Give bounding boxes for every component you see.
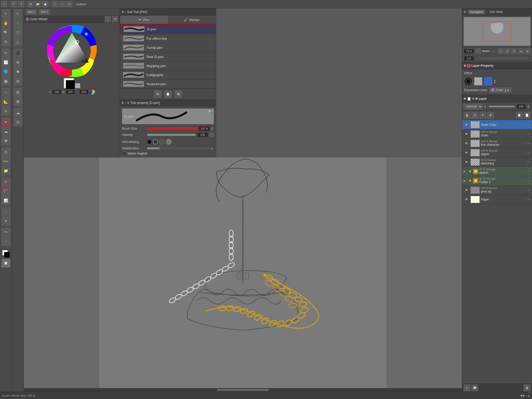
fit-btn[interactable]: ⊡ <box>66 1 72 7</box>
brush-gpen[interactable]: G-pen <box>120 24 216 34</box>
tab-marker[interactable]: 🖊 Marker <box>168 16 216 24</box>
aa-weak[interactable] <box>153 139 158 144</box>
layer-chain[interactable]: 👁 100 % Normal chain ≡ <box>462 129 532 139</box>
layer-lock-all[interactable]: 🔒 <box>464 112 470 119</box>
g-value[interactable]: 255 <box>66 90 75 94</box>
second-magic[interactable]: ✱ <box>14 67 22 76</box>
delete-brush-btn[interactable]: 🗑 <box>175 90 182 98</box>
flag-tool[interactable]: 🚩 <box>2 187 10 196</box>
ruler-tool[interactable]: 📐 <box>2 97 10 106</box>
prop-settings-btn[interactable]: 🔍 <box>208 110 212 114</box>
layer-menu-sketch[interactable]: ≡ <box>526 170 530 173</box>
canvas-area[interactable] <box>24 157 462 392</box>
opacity-slider[interactable] <box>147 134 196 136</box>
line-tool[interactable]: ⟋ <box>2 237 10 246</box>
png-tool[interactable]: PNG <box>2 157 10 166</box>
cross-tool[interactable]: ✕ <box>2 217 10 225</box>
layer-opacity-input[interactable]: 100 <box>516 104 526 109</box>
layer-menu-grey-bg[interactable]: ≡ <box>526 189 530 191</box>
effect-spinner[interactable]: ▲ ▼ <box>494 79 496 84</box>
zoom-tool[interactable]: 🔍 <box>2 28 10 37</box>
crop-tool[interactable]: ⟋ <box>2 207 10 216</box>
brush-turnip[interactable]: Turnip pen <box>120 43 216 52</box>
pen-tool-active[interactable]: ✒ <box>2 118 10 127</box>
second-select[interactable]: ⬛ <box>14 49 22 57</box>
checker-btn[interactable]: ⬜ <box>2 259 10 268</box>
layer-menu-chain-copy[interactable]: ≡ <box>526 123 530 126</box>
folder-arrow-sketch[interactable]: ▶ <box>464 170 467 173</box>
brush-size-slider[interactable] <box>147 128 197 130</box>
menu-btn[interactable]: ≡ <box>1 1 7 7</box>
rotate-tool[interactable]: ↻ <box>2 37 10 46</box>
layer-eye-chain[interactable]: 👁 <box>464 131 469 137</box>
second-shrink[interactable]: ⊟ <box>14 77 22 85</box>
second-grid[interactable]: ⊞ <box>14 88 22 97</box>
layer-sketching[interactable]: 👁 33 % Normal sketching ≡ <box>462 157 532 167</box>
second-freeform[interactable]: ⬡ <box>14 28 22 37</box>
effect-circle-btn[interactable] <box>464 77 473 85</box>
second-transform[interactable]: ↕ <box>14 19 22 28</box>
transform-tool[interactable]: ⊡ <box>2 148 10 156</box>
effect-checker-btn[interactable] <box>474 77 482 85</box>
layer-menu-zipper[interactable]: ≡ <box>526 151 530 154</box>
layer-lock-pos[interactable]: ⊕ <box>487 112 494 119</box>
fill-tool[interactable]: 🪣 <box>2 67 10 76</box>
move-tool[interactable]: ✤ <box>2 136 10 145</box>
opacity-layer-slider[interactable] <box>489 106 515 107</box>
zoom-slider[interactable] <box>482 50 497 52</box>
stabilization-slider[interactable] <box>147 147 210 149</box>
vector-magnet-checkbox[interactable] <box>122 152 126 155</box>
folder-tool[interactable]: 📁 <box>2 166 10 175</box>
transparent-swatch[interactable] <box>75 83 80 88</box>
brush-effectline[interactable]: For effect line <box>120 34 216 43</box>
layer-menu-chain[interactable]: ≡ <box>526 132 530 135</box>
brush-size-input[interactable]: 107.8 <box>199 126 210 131</box>
layer-menu-paper[interactable]: ≡ <box>526 198 530 201</box>
new-btn[interactable]: ⊞ <box>28 1 34 7</box>
redo-btn[interactable]: ↷ <box>18 1 24 7</box>
canvas-scrollbar-h[interactable] <box>24 388 462 392</box>
expression-color-dropdown[interactable]: Color ▲▼ <box>489 88 511 93</box>
bg-swatch[interactable] <box>66 80 75 89</box>
blend-spinner[interactable]: ▲ ▼ <box>484 105 487 108</box>
zoom-in-btn[interactable]: + <box>52 1 58 7</box>
second-script[interactable]: ⊡ <box>14 118 22 127</box>
layer-eye-line-char[interactable]: 👁 <box>464 141 469 146</box>
brush-textured[interactable]: Textured pen <box>120 79 216 89</box>
zoom-out-nav[interactable]: − <box>475 48 481 54</box>
delete-layer-btn[interactable]: 🗑 <box>524 384 530 391</box>
layer-grey-bg[interactable]: 👁 100 % Normal grey bg ≡ <box>462 185 532 195</box>
layer-line-char[interactable]: 👁 100 % Normal line character ≡ <box>462 139 532 148</box>
scroll-thumb-h[interactable] <box>217 389 269 391</box>
brush-mapping[interactable]: Mapping pen <box>120 61 216 70</box>
add-brush-btn[interactable]: ⊞ <box>154 90 161 98</box>
connect-tool[interactable]: ✂ <box>2 177 10 186</box>
opacity-spinner[interactable]: ▲ ▼ <box>527 105 530 108</box>
blend-mode-select[interactable]: Normal <box>464 104 483 109</box>
layer-menu-sketching[interactable]: ≡ <box>526 161 530 163</box>
effect-color-btn[interactable] <box>484 77 492 85</box>
text-tool[interactable]: A <box>2 107 10 115</box>
undo-btn[interactable]: ↶ <box>11 1 17 7</box>
selection-tool[interactable]: ↖ <box>2 9 10 18</box>
brush-realgpen[interactable]: Real G-pen <box>120 52 216 61</box>
layer-chain-copy[interactable]: 👁 chain Copy ≡ <box>462 120 532 129</box>
second-lasso[interactable]: ⊕ <box>14 58 22 67</box>
layer-icon-3[interactable]: ⊠ <box>475 97 477 100</box>
aa-none[interactable] <box>147 139 152 144</box>
layer-folder1[interactable]: ▶ 👁 📁 30 % Through Folder 1 ≡ <box>462 176 532 185</box>
layer-eye-zipper[interactable]: 👁 <box>464 150 469 156</box>
folder-arrow-1[interactable]: ▶ <box>464 179 467 182</box>
second-move[interactable]: ↖ <box>14 9 22 18</box>
rotate-input[interactable]: 0.0 <box>464 56 474 61</box>
aa-strong[interactable] <box>166 139 172 145</box>
layer-eye-sketching[interactable]: 👁 <box>464 159 469 165</box>
color-settings[interactable]: ⚙ <box>112 16 118 22</box>
chart-tool[interactable]: 📊 <box>2 196 10 205</box>
flip-h-nav[interactable]: ⇔ <box>518 48 524 54</box>
r-value[interactable]: 255 <box>52 90 61 94</box>
layer-lock-draw[interactable]: ✏ <box>479 112 486 119</box>
brush-size-spinner[interactable]: ▲ ▼ <box>211 127 214 130</box>
rotate-cw-nav[interactable]: ↻ <box>511 48 517 54</box>
opacity-input[interactable]: 100 <box>197 132 208 137</box>
